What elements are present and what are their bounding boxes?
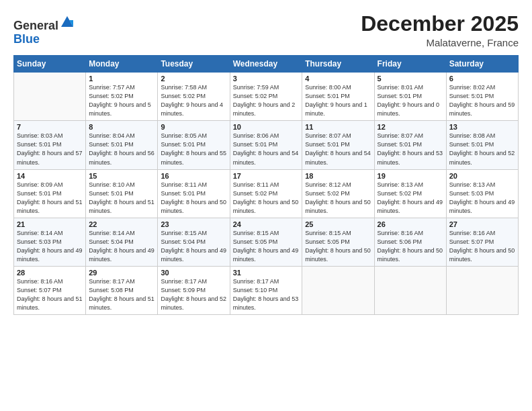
day-number: 18 [305, 172, 371, 180]
day-detail: Sunrise: 8:06 AMSunset: 5:01 PMDaylight:… [233, 132, 300, 167]
calendar-cell: 31Sunrise: 8:17 AMSunset: 5:10 PMDayligh… [230, 266, 302, 314]
calendar-cell: 16Sunrise: 8:11 AMSunset: 5:01 PMDayligh… [158, 169, 230, 218]
day-detail: Sunrise: 8:13 AMSunset: 5:02 PMDaylight:… [378, 181, 443, 216]
day-detail: Sunrise: 8:15 AMSunset: 5:05 PMDaylight:… [233, 229, 300, 264]
day-detail: Sunrise: 8:08 AMSunset: 5:01 PMDaylight:… [449, 132, 515, 167]
logo-blue: Blue [13, 32, 40, 46]
day-detail: Sunrise: 7:57 AMSunset: 5:02 PMDaylight:… [89, 83, 154, 118]
day-number: 9 [161, 123, 226, 131]
day-detail: Sunrise: 8:14 AMSunset: 5:04 PMDaylight:… [89, 229, 154, 264]
calendar-cell: 25Sunrise: 8:15 AMSunset: 5:05 PMDayligh… [302, 218, 374, 266]
weekday-header: Sunday [14, 56, 86, 73]
day-detail: Sunrise: 8:16 AMSunset: 5:06 PMDaylight:… [378, 229, 443, 264]
logo: General Blue [13, 15, 75, 46]
day-detail: Sunrise: 8:12 AMSunset: 5:02 PMDaylight:… [305, 181, 371, 216]
calendar-cell: 4Sunrise: 8:00 AMSunset: 5:01 PMDaylight… [302, 73, 374, 121]
calendar-cell: 17Sunrise: 8:11 AMSunset: 5:02 PMDayligh… [230, 169, 302, 218]
day-number: 17 [233, 172, 300, 180]
calendar-cell: 6Sunrise: 8:02 AMSunset: 5:01 PMDaylight… [446, 73, 518, 121]
calendar-week-row: 21Sunrise: 8:14 AMSunset: 5:03 PMDayligh… [14, 218, 519, 266]
calendar-cell: 7Sunrise: 8:03 AMSunset: 5:01 PMDaylight… [14, 121, 86, 169]
calendar-cell: 2Sunrise: 7:58 AMSunset: 5:02 PMDaylight… [158, 73, 230, 121]
calendar-cell: 22Sunrise: 8:14 AMSunset: 5:04 PMDayligh… [86, 218, 158, 266]
calendar-week-row: 28Sunrise: 8:16 AMSunset: 5:07 PMDayligh… [14, 266, 519, 314]
day-detail: Sunrise: 7:59 AMSunset: 5:02 PMDaylight:… [233, 83, 300, 118]
day-detail: Sunrise: 8:07 AMSunset: 5:01 PMDaylight:… [378, 132, 443, 167]
calendar-cell: 23Sunrise: 8:15 AMSunset: 5:04 PMDayligh… [158, 218, 230, 266]
day-number: 14 [17, 172, 83, 180]
day-number: 15 [89, 172, 154, 180]
day-number: 28 [17, 269, 83, 277]
calendar-cell: 19Sunrise: 8:13 AMSunset: 5:02 PMDayligh… [374, 169, 446, 218]
calendar-cell [446, 266, 518, 314]
day-number: 7 [17, 123, 83, 131]
day-detail: Sunrise: 8:03 AMSunset: 5:01 PMDaylight:… [17, 132, 83, 167]
page-header: General Blue December 2025 Malataverne, … [13, 12, 519, 48]
day-detail: Sunrise: 8:15 AMSunset: 5:04 PMDaylight:… [161, 229, 226, 264]
day-detail: Sunrise: 8:16 AMSunset: 5:07 PMDaylight:… [17, 277, 83, 312]
day-detail: Sunrise: 8:00 AMSunset: 5:01 PMDaylight:… [305, 83, 371, 118]
weekday-header-row: SundayMondayTuesdayWednesdayThursdayFrid… [14, 56, 519, 73]
day-detail: Sunrise: 8:16 AMSunset: 5:07 PMDaylight:… [449, 229, 515, 264]
day-number: 11 [305, 123, 371, 131]
weekday-header: Monday [86, 56, 158, 73]
day-detail: Sunrise: 8:13 AMSunset: 5:03 PMDaylight:… [449, 181, 515, 216]
calendar-cell: 29Sunrise: 8:17 AMSunset: 5:08 PMDayligh… [86, 266, 158, 314]
calendar-cell: 30Sunrise: 8:17 AMSunset: 5:09 PMDayligh… [158, 266, 230, 314]
day-detail: Sunrise: 8:14 AMSunset: 5:03 PMDaylight:… [17, 229, 83, 264]
calendar-week-row: 7Sunrise: 8:03 AMSunset: 5:01 PMDaylight… [14, 121, 519, 169]
day-detail: Sunrise: 8:10 AMSunset: 5:01 PMDaylight:… [89, 181, 154, 216]
day-detail: Sunrise: 8:11 AMSunset: 5:02 PMDaylight:… [233, 181, 300, 216]
weekday-header: Tuesday [158, 56, 230, 73]
day-detail: Sunrise: 8:05 AMSunset: 5:01 PMDaylight:… [161, 132, 226, 167]
weekday-header: Friday [374, 56, 446, 73]
logo-icon [60, 15, 75, 30]
calendar-table: SundayMondayTuesdayWednesdayThursdayFrid… [13, 55, 519, 315]
weekday-header: Wednesday [230, 56, 302, 73]
day-number: 2 [161, 75, 226, 83]
calendar-cell: 11Sunrise: 8:07 AMSunset: 5:01 PMDayligh… [302, 121, 374, 169]
day-number: 6 [449, 75, 515, 83]
calendar-cell: 12Sunrise: 8:07 AMSunset: 5:01 PMDayligh… [374, 121, 446, 169]
day-detail: Sunrise: 8:07 AMSunset: 5:01 PMDaylight:… [305, 132, 371, 167]
day-number: 12 [378, 123, 443, 131]
day-number: 20 [449, 172, 515, 180]
day-number: 5 [378, 75, 443, 83]
title-block: December 2025 Malataverne, France [361, 12, 519, 48]
day-detail: Sunrise: 8:15 AMSunset: 5:05 PMDaylight:… [305, 229, 371, 264]
day-number: 1 [89, 75, 154, 83]
day-number: 13 [449, 123, 515, 131]
calendar-cell: 20Sunrise: 8:13 AMSunset: 5:03 PMDayligh… [446, 169, 518, 218]
day-number: 25 [305, 220, 371, 228]
calendar-week-row: 14Sunrise: 8:09 AMSunset: 5:01 PMDayligh… [14, 169, 519, 218]
day-number: 23 [161, 220, 226, 228]
day-number: 30 [161, 269, 226, 277]
day-detail: Sunrise: 8:09 AMSunset: 5:01 PMDaylight:… [17, 181, 83, 216]
day-number: 29 [89, 269, 154, 277]
calendar-cell [302, 266, 374, 314]
location: Malataverne, France [361, 37, 519, 48]
calendar-cell: 1Sunrise: 7:57 AMSunset: 5:02 PMDaylight… [86, 73, 158, 121]
day-detail: Sunrise: 8:17 AMSunset: 5:08 PMDaylight:… [89, 277, 154, 312]
day-detail: Sunrise: 8:04 AMSunset: 5:01 PMDaylight:… [89, 132, 154, 167]
day-detail: Sunrise: 7:58 AMSunset: 5:02 PMDaylight:… [161, 83, 226, 118]
calendar-cell: 14Sunrise: 8:09 AMSunset: 5:01 PMDayligh… [14, 169, 86, 218]
calendar-cell: 3Sunrise: 7:59 AMSunset: 5:02 PMDaylight… [230, 73, 302, 121]
day-number: 26 [378, 220, 443, 228]
day-number: 10 [233, 123, 300, 131]
calendar-cell: 9Sunrise: 8:05 AMSunset: 5:01 PMDaylight… [158, 121, 230, 169]
day-detail: Sunrise: 8:17 AMSunset: 5:09 PMDaylight:… [161, 277, 226, 312]
calendar-week-row: 1Sunrise: 7:57 AMSunset: 5:02 PMDaylight… [14, 73, 519, 121]
logo-general: General [13, 19, 58, 32]
day-detail: Sunrise: 8:01 AMSunset: 5:01 PMDaylight:… [378, 83, 443, 118]
calendar-cell [374, 266, 446, 314]
calendar-cell: 18Sunrise: 8:12 AMSunset: 5:02 PMDayligh… [302, 169, 374, 218]
calendar-cell: 21Sunrise: 8:14 AMSunset: 5:03 PMDayligh… [14, 218, 86, 266]
calendar-cell: 10Sunrise: 8:06 AMSunset: 5:01 PMDayligh… [230, 121, 302, 169]
day-number: 21 [17, 220, 83, 228]
day-number: 8 [89, 123, 154, 131]
calendar-cell: 8Sunrise: 8:04 AMSunset: 5:01 PMDaylight… [86, 121, 158, 169]
weekday-header: Saturday [446, 56, 518, 73]
day-detail: Sunrise: 8:17 AMSunset: 5:10 PMDaylight:… [233, 277, 300, 312]
day-detail: Sunrise: 8:02 AMSunset: 5:01 PMDaylight:… [449, 83, 515, 118]
